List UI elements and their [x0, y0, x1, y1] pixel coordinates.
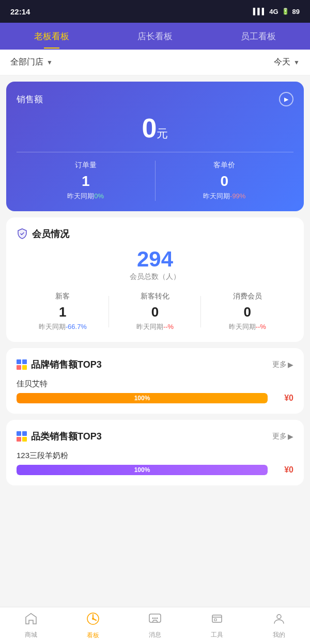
bottom-spacer: [6, 492, 304, 533]
sales-card-header: 销售额 ▶: [17, 92, 293, 106]
chevron-right-icon: ▶: [288, 360, 293, 369]
dashboard-icon: [86, 611, 100, 629]
avg-price-label: 客单价: [156, 161, 294, 170]
orders-stat: 订单量 1 昨天同期0%: [17, 161, 156, 201]
category-top3-item: 123三段羊奶粉 100% ¥0: [17, 451, 293, 475]
category-item-name: 123三段羊奶粉: [17, 451, 293, 461]
orders-value: 1: [17, 173, 155, 190]
member-card: 会员情况 294 会员总数（人） 新客 1 昨天同期-66.7% 新客转化 0 …: [6, 217, 304, 342]
sales-amount: 0元: [17, 115, 293, 142]
network-type: 4G: [269, 8, 278, 15]
member-stats: 新客 1 昨天同期-66.7% 新客转化 0 昨天同期--% 消费会员 0 昨天…: [17, 292, 293, 332]
member-title: 会员情况: [32, 228, 69, 240]
sales-stats: 订单量 1 昨天同期0% 客单价 0 昨天同期-99%: [17, 161, 293, 201]
category-top3-more[interactable]: 更多 ▶: [272, 432, 293, 441]
svg-point-4: [154, 618, 156, 619]
sales-title: 销售额: [17, 93, 43, 105]
consumer-member-value: 0: [201, 304, 293, 320]
brand-top3-header: 品牌销售额TOP3 更多 ▶: [17, 358, 293, 371]
svg-rect-7: [214, 619, 216, 621]
nav-mine-label: 我的: [273, 631, 285, 639]
grid-icon-brand: [17, 359, 27, 370]
category-top3-header: 品类销售额TOP3 更多 ▶: [17, 430, 293, 443]
category-top3-card: 品类销售额TOP3 更多 ▶ 123三段羊奶粉 100% ¥0: [6, 420, 304, 485]
category-progress-bar-wrap: 100%: [17, 465, 268, 475]
sales-amount-value: 0: [142, 113, 157, 143]
brand-progress-row: 100% ¥0: [17, 393, 293, 403]
mine-icon: [272, 612, 286, 629]
signal-icon: ▌▌▌: [253, 8, 267, 15]
tab-manager[interactable]: 店长看板: [129, 26, 181, 46]
nav-item-message[interactable]: 消息: [124, 612, 186, 639]
filter-bar: 全部门店 ▼ 今天 ▼: [0, 50, 310, 75]
store-filter[interactable]: 全部门店 ▼: [10, 57, 53, 68]
svg-point-8: [277, 615, 281, 619]
category-progress-row: 100% ¥0: [17, 465, 293, 475]
new-customer-compare: 昨天同期-66.7%: [17, 322, 109, 332]
orders-label: 订单量: [17, 161, 155, 170]
nav-shop-label: 商城: [25, 631, 37, 639]
store-dropdown-arrow: ▼: [47, 59, 53, 66]
new-conversion-label: 新客转化: [109, 292, 202, 301]
date-label: 今天: [274, 57, 290, 68]
nav-message-label: 消息: [149, 631, 161, 639]
battery-level: 89: [292, 8, 300, 15]
main-content: 销售额 ▶ 0元 订单量 1 昨天同期0% 客单价 0 昨天同期-99%: [0, 75, 310, 539]
tab-staff[interactable]: 员工看板: [233, 26, 284, 46]
svg-rect-6: [212, 615, 222, 622]
brand-top3-title: 品牌销售额TOP3: [31, 358, 102, 371]
nav-item-tools[interactable]: 工具: [186, 612, 248, 639]
member-total-number: 294: [17, 248, 293, 270]
new-conversion-value: 0: [109, 304, 202, 320]
member-header: 会员情况: [17, 228, 293, 240]
brand-top3-title-wrap: 品牌销售额TOP3: [17, 358, 102, 371]
new-conversion-stat: 新客转化 0 昨天同期--%: [109, 292, 202, 332]
brand-progress-bar: 100%: [17, 393, 268, 403]
nav-item-dashboard[interactable]: 看板: [62, 611, 124, 640]
battery-icon: 🔋: [282, 8, 289, 15]
svg-point-1: [92, 618, 94, 620]
consumer-member-stat: 消费会员 0 昨天同期--%: [201, 292, 293, 332]
play-button[interactable]: ▶: [279, 92, 293, 106]
brand-progress-bar-wrap: 100%: [17, 393, 268, 403]
nav-item-mine[interactable]: 我的: [248, 612, 310, 639]
category-top3-title: 品类销售额TOP3: [31, 430, 102, 443]
tools-icon: [210, 612, 224, 629]
nav-item-shop[interactable]: 商城: [0, 612, 62, 639]
consumer-member-compare: 昨天同期--%: [201, 322, 293, 332]
new-customer-label: 新客: [17, 292, 109, 301]
message-icon: [148, 612, 162, 629]
brand-progress-amount: ¥0: [273, 394, 293, 403]
category-top3-title-wrap: 品类销售额TOP3: [17, 430, 102, 443]
avg-price-value: 0: [156, 173, 294, 190]
avg-price-compare: 昨天同期-99%: [156, 192, 294, 201]
status-right: ▌▌▌ 4G 🔋 89: [253, 8, 300, 15]
nav-dashboard-label: 看板: [87, 631, 99, 640]
brand-top3-card: 品牌销售额TOP3 更多 ▶ 佳贝艾特 100% ¥0: [6, 348, 304, 414]
member-total: 294 会员总数（人）: [17, 248, 293, 281]
sales-divider: [17, 152, 293, 152]
brand-item-name: 佳贝艾特: [17, 379, 293, 389]
brand-progress-pct: 100%: [134, 395, 150, 402]
date-filter[interactable]: 今天 ▼: [274, 57, 300, 68]
category-progress-bar: 100%: [17, 465, 268, 475]
sales-card: 销售额 ▶ 0元 订单量 1 昨天同期0% 客单价 0 昨天同期-99%: [6, 82, 304, 211]
brand-top3-item: 佳贝艾特 100% ¥0: [17, 379, 293, 403]
chevron-right-icon-cat: ▶: [288, 432, 293, 441]
orders-compare: 昨天同期0%: [17, 192, 155, 201]
shop-icon: [24, 612, 38, 629]
sales-unit: 元: [157, 127, 168, 140]
brand-top3-more[interactable]: 更多 ▶: [272, 360, 293, 369]
new-customer-stat: 新客 1 昨天同期-66.7%: [17, 292, 109, 332]
bottom-nav: 商城 看板 消息: [0, 607, 310, 644]
category-progress-pct: 100%: [134, 466, 150, 474]
category-progress-amount: ¥0: [273, 465, 293, 475]
store-label: 全部门店: [10, 57, 43, 68]
member-total-label: 会员总数（人）: [17, 272, 293, 281]
date-dropdown-arrow: ▼: [293, 59, 300, 66]
nav-tabs: 老板看板 店长看板 员工看板: [0, 23, 310, 50]
shield-icon: [17, 228, 28, 240]
svg-point-5: [157, 618, 158, 619]
consumer-member-label: 消费会员: [201, 292, 293, 301]
tab-boss[interactable]: 老板看板: [26, 26, 78, 46]
